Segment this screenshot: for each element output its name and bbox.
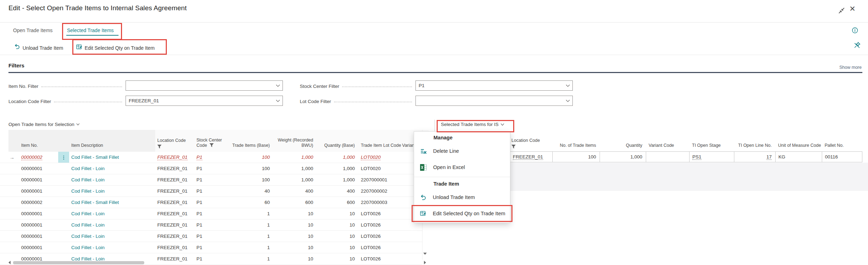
cell-quantity[interactable]: 1,000	[600, 152, 646, 162]
table-row[interactable]: 00000001Cod Fillet - LoinFREEZER_01P1404…	[0, 186, 422, 197]
scroll-right-arrow[interactable]	[424, 261, 426, 264]
cell-description[interactable]: Cod Fillet - Small Fillet	[69, 152, 157, 163]
cell-item-no[interactable]: 00000001	[19, 174, 58, 185]
info-icon[interactable]	[852, 27, 858, 34]
table-row[interactable]: 00000002Cod Fillet - Small FilletFREEZER…	[0, 197, 422, 208]
chevron-down-icon[interactable]	[276, 100, 280, 102]
col-item-no[interactable]: Item No.	[19, 130, 58, 152]
cell-item-no[interactable]: 00000001	[19, 231, 58, 242]
cell-variant-code[interactable]	[646, 152, 690, 162]
cell-unit-of-measure[interactable]: KG	[776, 152, 822, 162]
item-no-filter-field[interactable]	[126, 80, 283, 91]
cell-description[interactable]: Cod Fillet - Loin	[69, 231, 157, 242]
cell-ti-open-line-no[interactable]: 17	[734, 152, 776, 162]
table-row[interactable]: 00000001Cod Fillet - LoinFREEZER_01P1110…	[0, 219, 422, 231]
table-row[interactable]: 00000001Cod Fillet - LoinFREEZER_01P1110…	[0, 231, 422, 242]
table-row[interactable]: 00000001Cod Fillet - LoinFREEZER_01P1100…	[0, 174, 422, 186]
undo-icon	[14, 43, 20, 49]
unpin-icon[interactable]	[854, 42, 861, 49]
chevron-down-icon[interactable]	[566, 84, 570, 87]
show-more-link[interactable]: Show more	[839, 65, 862, 70]
right-table-row[interactable]: FREEZER_01 100 1,000 PS1 17 KG 00116	[510, 151, 862, 162]
table-row[interactable]: 00000001Cod Fillet - LoinFREEZER_01P1100…	[0, 163, 422, 174]
menu-item-open-in-excel[interactable]: Open in Excel	[414, 159, 510, 175]
cell-trade-items: 40	[229, 186, 272, 197]
item-no-filter-input[interactable]	[126, 81, 283, 90]
col-item-description[interactable]: Item Description	[69, 130, 157, 152]
cell-item-no[interactable]: 00000001	[19, 186, 58, 197]
context-menu: Manage Delete Line Open in Excel	[414, 131, 510, 223]
location-code-filter-input[interactable]	[126, 96, 283, 106]
cell-stock-center: P1	[196, 152, 229, 163]
scroll-down-arrow[interactable]	[423, 253, 427, 255]
cell-description[interactable]: Cod Fillet - Loin	[69, 163, 157, 174]
menu-item-unload-trade-item[interactable]: Unload Trade Item	[414, 189, 510, 205]
cell-row-menu[interactable]: ⋮	[58, 152, 69, 163]
cell-item-no[interactable]: 00000001	[19, 208, 58, 219]
menu-item-edit-selected-qty[interactable]: Edit Selected Qty on Trade Item	[414, 205, 510, 222]
cell-description[interactable]: Cod Fillet - Loin	[69, 174, 157, 185]
col-no-of-trade-items[interactable]: No. of Trade Items	[552, 130, 600, 152]
cell-trade-items: 60	[229, 197, 272, 208]
cell-pallet-no[interactable]: 00116	[822, 152, 863, 162]
stock-center-filter-field[interactable]	[415, 80, 573, 91]
selected-trade-items-dropdown-button[interactable]: Selected Trade Items for IS	[441, 122, 504, 127]
tab-selected-trade-items[interactable]: Selected Trade Items	[67, 28, 114, 33]
cell-quantity: 400	[315, 186, 357, 197]
unload-trade-item-button[interactable]: Unload Trade Item	[23, 45, 63, 51]
left-table-caption[interactable]: Open Trade Items for Selection	[8, 122, 80, 127]
col-unit-of-measure-code[interactable]: Unit of Measure Code	[775, 130, 822, 152]
col-ti-open-stage[interactable]: TI Open Stage	[689, 130, 734, 152]
cell-description[interactable]: Cod Fillet - Loin	[69, 219, 157, 230]
lot-code-filter-field[interactable]	[415, 96, 573, 106]
col-quantity[interactable]: Quantity	[600, 130, 646, 152]
cell-item-no[interactable]: 00000001	[19, 163, 58, 174]
menu-item-delete-line[interactable]: Delete Line	[414, 143, 510, 159]
lot-code-filter-input[interactable]	[416, 96, 572, 106]
chevron-down-icon[interactable]	[276, 84, 280, 87]
scroll-left-arrow[interactable]	[8, 261, 11, 264]
delete-line-icon	[420, 148, 427, 155]
stock-center-filter-input[interactable]	[416, 81, 572, 90]
cell-description[interactable]: Cod Fillet - Loin	[69, 242, 157, 253]
col-stock-center-code[interactable]: Stock Center Code	[196, 130, 229, 152]
cell-item-no[interactable]: 00000001	[19, 219, 58, 230]
table-row[interactable]: 00000001Cod Fillet - LoinFREEZER_01P1110…	[0, 242, 422, 253]
cell-ti-open-stage[interactable]: PS1	[690, 152, 734, 162]
col-variant-code[interactable]: Variant Code	[646, 130, 689, 152]
close-icon[interactable]: ✕	[849, 5, 856, 13]
table-row[interactable]: →00000002⋮Cod Fillet - Small FilletFREEZ…	[0, 152, 422, 163]
col-trade-item-lot-code[interactable]: Trade Item Lot Code	[357, 130, 402, 152]
cell-location: FREEZER_01	[157, 219, 196, 230]
h-scrollbar-thumb[interactable]	[13, 261, 144, 264]
col-weight-bwu[interactable]: Weight (Recorded BWU)	[272, 130, 315, 152]
location-code-filter-field[interactable]	[126, 96, 283, 106]
cell-description[interactable]: Cod Fillet - Loin	[69, 208, 157, 219]
right-pane-empty-area	[510, 163, 868, 191]
chevron-down-icon[interactable]	[566, 100, 570, 102]
cell-row-menu	[58, 231, 69, 242]
col-location-code[interactable]: Location Code	[510, 130, 552, 152]
col-trade-items-base[interactable]: Trade Items (Base)	[229, 130, 272, 152]
col-ti-open-line-no[interactable]: TI Open Line No.	[734, 130, 775, 152]
cell-location-code[interactable]: FREEZER_01	[510, 152, 553, 162]
cell-description[interactable]: Cod Fillet - Small Fillet	[69, 197, 157, 208]
cell-location: FREEZER_01	[157, 174, 196, 185]
tab-open-trade-items[interactable]: Open Trade Items	[13, 28, 53, 33]
edit-selected-qty-button[interactable]: Edit Selected Qty on Trade Item	[85, 45, 154, 51]
cell-item-no[interactable]: 00000002	[19, 152, 58, 163]
col-location-code[interactable]: Location Code	[157, 130, 196, 152]
cell-quantity: 10	[315, 253, 357, 264]
cell-stock-center: P1	[196, 253, 229, 264]
col-row-menu	[58, 130, 69, 152]
cell-no-of-trade-items[interactable]: 100	[553, 152, 600, 162]
table-row[interactable]: 00000001Cod Fillet - LoinFREEZER_01P1110…	[0, 208, 422, 219]
cell-item-no[interactable]: 00000001	[19, 242, 58, 253]
cell-description[interactable]: Cod Fillet - Loin	[69, 186, 157, 197]
col-pallet-no[interactable]: Pallet No.	[822, 130, 862, 152]
col-quantity-base[interactable]: Quantity (Base)	[315, 130, 357, 152]
restore-window-icon[interactable]	[837, 6, 846, 15]
cell-item-no[interactable]: 00000002	[19, 197, 58, 208]
excel-icon	[420, 164, 427, 171]
cell-indicator	[0, 208, 19, 219]
